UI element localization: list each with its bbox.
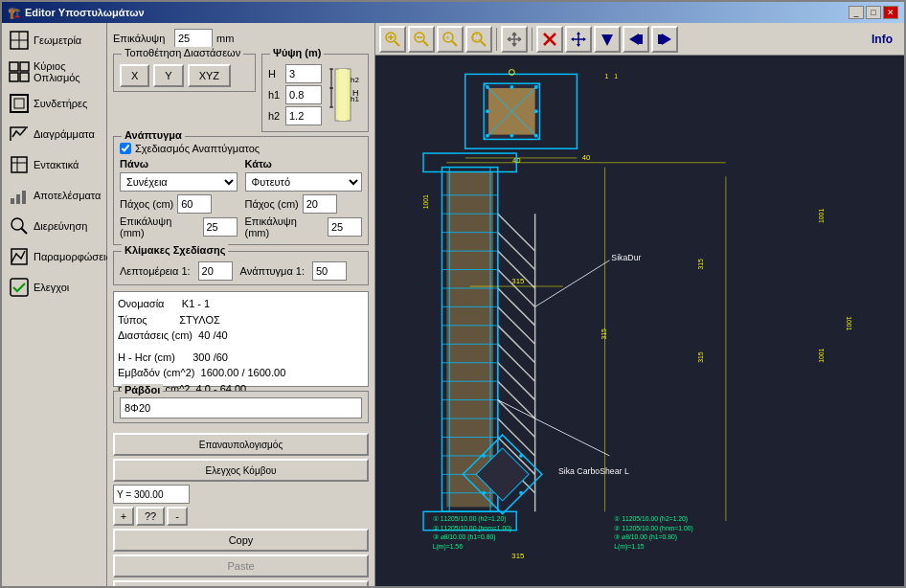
ypsos-h1-input[interactable] <box>285 85 322 104</box>
sidebar-item-diagrammata[interactable]: Διαγράμματα <box>4 119 104 149</box>
svg-rect-54 <box>658 34 662 44</box>
cad-zoom-fit-button[interactable]: + <box>437 26 464 53</box>
ypsos-title: Ψύψη (m) <box>270 47 324 58</box>
paste-button[interactable]: Paste <box>113 554 369 577</box>
sxediasmos-checkbox[interactable] <box>120 143 131 154</box>
svg-text:1001: 1001 <box>818 209 825 223</box>
svg-marker-49 <box>583 37 586 41</box>
leptomeria-input[interactable] <box>198 261 233 281</box>
elegxos-kombou-button[interactable]: Ελεγχος Κόμβου <box>113 459 369 482</box>
sidebar-label-diagrammata: Διαγράμματα <box>34 128 95 140</box>
ypsos-h2-input[interactable] <box>285 106 322 125</box>
pano-epik-input[interactable] <box>203 217 238 237</box>
info-button[interactable]: Info <box>872 33 900 46</box>
epikalypsi-input[interactable] <box>174 29 213 48</box>
svg-line-99 <box>498 270 535 307</box>
kato-epik-input[interactable] <box>328 217 362 237</box>
svg-point-64 <box>534 109 538 113</box>
btn-x[interactable]: X <box>120 64 149 87</box>
geometria-icon <box>9 30 30 51</box>
ok-button[interactable]: OK <box>113 580 369 586</box>
sidebar-item-kyrios-oplos[interactable]: Κύριος Οπλισμός <box>4 56 104 88</box>
anaptygma-scala-input[interactable] <box>312 261 347 281</box>
svg-point-118 <box>482 454 486 458</box>
ravdoi-section: Ράβδοι <box>113 391 369 423</box>
h-hcr-value: 300 /60 <box>193 351 228 363</box>
svg-line-16 <box>21 228 27 234</box>
svg-line-106 <box>498 400 535 438</box>
diagrammata-icon <box>9 124 30 145</box>
kyrios-icon <box>9 61 30 82</box>
maximize-button[interactable]: □ <box>866 6 881 19</box>
svg-text:315: 315 <box>697 259 704 270</box>
svg-point-66 <box>510 134 513 138</box>
topoThesi-buttons: X Y XYZ <box>120 64 249 87</box>
cad-zoom-in-button[interactable] <box>379 26 406 53</box>
h-hcr-label: H - Hcr (cm) <box>118 351 175 363</box>
cad-down-button[interactable] <box>594 26 621 53</box>
sidebar-item-entaktika[interactable]: Εντακτικά <box>4 149 104 180</box>
epanaypologismos-button[interactable]: Επαναυπολογισμός <box>113 433 369 456</box>
svg-line-101 <box>498 306 535 344</box>
svg-text:1001: 1001 <box>818 348 825 362</box>
svg-text:③ ⌀8/10.00 (h1=0.80): ③ ⌀8/10.00 (h1=0.80) <box>433 533 496 541</box>
epikalypsi-row: Επικάλυψη mm <box>113 29 369 48</box>
svg-line-97 <box>498 233 535 270</box>
apotelesmata-icon <box>9 185 30 206</box>
cad-drawing: 40 1 1 <box>375 56 904 586</box>
svg-point-62 <box>534 85 538 89</box>
svg-marker-46 <box>577 32 580 34</box>
svg-text:1: 1 <box>614 73 618 79</box>
copy-button[interactable]: Copy <box>113 529 369 552</box>
kato-paxos-input[interactable] <box>303 194 337 214</box>
elegxoi-icon <box>9 277 30 298</box>
cad-pan-button[interactable] <box>501 26 528 53</box>
close-button[interactable]: ✕ <box>883 6 898 19</box>
sidebar-label-geometria: Γεωμετρία <box>34 34 81 46</box>
plus-button[interactable]: + <box>113 507 134 526</box>
svg-line-30 <box>395 41 399 46</box>
cad-forward-button[interactable] <box>651 26 678 53</box>
syndetires-icon <box>9 93 30 114</box>
pano-select[interactable]: Συνέχεια <box>120 172 238 192</box>
sidebar-label-entaktika: Εντακτικά <box>34 159 79 170</box>
ypsos-H-input[interactable] <box>285 64 322 83</box>
svg-rect-3 <box>10 62 18 71</box>
svg-text:③ ⌀8/10.00 (h1=0.80): ③ ⌀8/10.00 (h1=0.80) <box>614 533 677 541</box>
anaptygma-kato-col: Κάτω Φυτευτό Πάχος (cm) Επικάλυψη (mm) <box>245 158 363 240</box>
sidebar-item-diereynisi[interactable]: Διερεύνηση <box>4 211 104 241</box>
sidebar-item-apotelesmata[interactable]: Αποτελέσματα <box>4 180 104 211</box>
sidebar-item-parametrikes[interactable]: Παραμορφώσεις <box>4 241 104 272</box>
parametrikes-icon <box>9 246 30 267</box>
svg-text:+: + <box>445 34 450 42</box>
title-bar-buttons: _ □ ✕ <box>849 6 898 19</box>
svg-rect-5 <box>10 73 18 81</box>
svg-rect-7 <box>11 95 28 112</box>
cad-zoom-out-button[interactable] <box>408 26 435 53</box>
minus-button[interactable]: - <box>167 507 188 526</box>
sidebar-label-apotelesmata: Αποτελέσματα <box>34 190 101 201</box>
cad-back-button[interactable] <box>623 26 649 53</box>
sidebar-item-syndetires[interactable]: Συνδετήρες <box>4 88 104 119</box>
cad-sep1 <box>496 28 497 51</box>
form-panel: Επικάλυψη mm Τοποθέτηση Διαστάσεων X Y X… <box>107 23 375 586</box>
ravdoi-input[interactable] <box>120 397 362 418</box>
kato-select[interactable]: Φυτευτό <box>245 172 363 192</box>
question-button[interactable]: ?? <box>136 507 165 526</box>
svg-rect-9 <box>11 157 27 172</box>
minimize-button[interactable]: _ <box>849 6 864 19</box>
btn-y[interactable]: Y <box>153 64 183 87</box>
y-value-input[interactable] <box>113 485 190 504</box>
svg-point-67 <box>534 134 538 138</box>
pano-paxos-input[interactable] <box>177 194 212 214</box>
cad-move-button[interactable] <box>565 26 592 53</box>
kato-epik-label: Επικάλυψη (mm) <box>245 215 325 238</box>
cad-delete-button[interactable] <box>536 26 563 53</box>
cad-zoom-window-button[interactable] <box>465 26 492 53</box>
sidebar-item-elegxoi[interactable]: Ελεγχοι <box>4 272 104 303</box>
sidebar-item-geometria[interactable]: Γεωμετρία <box>4 25 104 56</box>
svg-rect-6 <box>20 73 29 81</box>
btn-xyz[interactable]: XYZ <box>188 64 231 87</box>
onomasia-label: Ονομασία <box>118 298 164 309</box>
klimakes-title: Κλίμακες Σχεδίασης <box>122 244 228 256</box>
